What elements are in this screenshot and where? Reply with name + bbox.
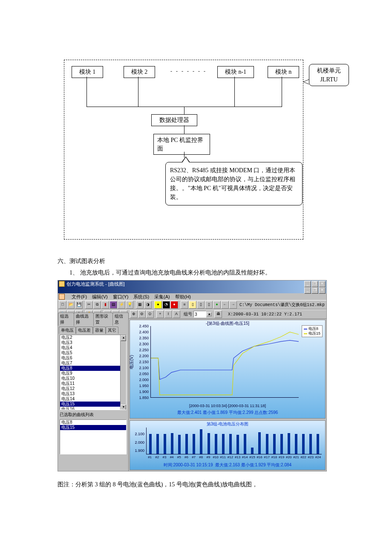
red-stop-icon[interactable]: ●: [170, 301, 178, 309]
legend-entry: 电压8: [304, 327, 320, 331]
list-item[interactable]: 电压9: [60, 371, 126, 376]
copy-icon[interactable]: ⧉: [93, 301, 101, 309]
black-icon[interactable]: ◔: [162, 301, 170, 309]
y-tick-label: 1.900: [133, 390, 149, 394]
minimize-button[interactable]: _: [304, 281, 311, 287]
app-menu-icon[interactable]: [59, 294, 65, 300]
local-pc-box: 本地 PC 机监控界面: [153, 134, 210, 155]
figure-caption: 图注：分析第 3 组的 8 号电池(蓝色曲线)，15 号电池(黄色曲线)放电曲线…: [58, 479, 347, 491]
y-tick-label: 2.450: [133, 324, 149, 328]
list-item[interactable]: 电压12: [60, 386, 126, 391]
list-icon[interactable]: ≡: [181, 301, 188, 309]
scroll-down-icon[interactable]: ▾: [121, 405, 126, 410]
bar-x-tick: #2: [155, 455, 159, 459]
voltage-listbox[interactable]: 电压2电压3电压4电压5电压6电压7电压8电压9电压10电压11电压12电压13…: [60, 335, 127, 410]
vbar-icon[interactable]: ▯: [205, 301, 213, 309]
bar: [156, 434, 159, 454]
zoom-out-icon[interactable]: ⊖: [138, 310, 146, 318]
zoom-reset-icon[interactable]: ⊙: [146, 310, 154, 318]
save-icon[interactable]: 💾: [75, 301, 83, 309]
list-item[interactable]: 电压8: [60, 420, 126, 425]
green-circle-icon[interactable]: ●: [213, 301, 221, 309]
bar: [266, 434, 268, 454]
list-item[interactable]: 电压15: [60, 402, 126, 407]
list-item[interactable]: 电压10: [60, 376, 126, 381]
bar: [164, 434, 166, 454]
purple-icon[interactable]: ▤: [110, 301, 117, 309]
mdi-minimize-button[interactable]: _: [304, 287, 311, 294]
bar: [317, 434, 319, 454]
next-icon[interactable]: →: [229, 301, 237, 309]
bar: [149, 434, 152, 454]
bar-x-tick: #5: [177, 455, 181, 459]
list-item[interactable]: 电压4: [60, 345, 126, 350]
close-button[interactable]: ×: [319, 281, 326, 287]
list-item[interactable]: 电压5: [60, 350, 126, 356]
bulb-icon[interactable]: 💡: [126, 301, 133, 309]
chart-icon[interactable]: ▮: [101, 301, 109, 309]
tab-graph-settings[interactable]: 图形设置: [93, 312, 113, 326]
line-chart: -[第3组-曲线图-电压15] 电压8电压15 电压(V) 1.8501.900…: [130, 320, 326, 419]
grid-icon[interactable]: ▦: [136, 301, 144, 309]
yellow-circle-icon[interactable]: ●: [154, 301, 162, 309]
circle-icon[interactable]: ◑: [144, 301, 152, 309]
plus-icon[interactable]: +: [156, 310, 164, 318]
list-item[interactable]: 电压6: [60, 356, 126, 361]
lightning-icon[interactable]: ⚡: [118, 301, 125, 309]
tab-group-select[interactable]: 组选择: [58, 312, 74, 326]
prev-icon[interactable]: ←: [221, 301, 229, 309]
listbox-scrollbar[interactable]: ▴ ▾: [120, 335, 126, 410]
bar-x-tick: #7: [192, 455, 196, 459]
y-tick-label: 2.400: [133, 330, 149, 334]
subtab-voltage[interactable]: 单电压: [59, 327, 76, 334]
x-range-label: [2000-03-31 10:03:34]-[2000-03-31 11:31:…: [130, 404, 325, 408]
bar: [215, 434, 217, 454]
text-a-icon[interactable]: A: [173, 310, 180, 318]
bar: [178, 435, 181, 454]
list-item[interactable]: 电压2: [60, 335, 126, 340]
bar-x-tick: #15: [249, 455, 255, 459]
list-item[interactable]: 电压15: [60, 425, 126, 430]
list-item[interactable]: 电压16: [60, 407, 126, 410]
bar: [251, 448, 254, 454]
ibeam-icon[interactable]: I: [164, 310, 172, 318]
sub-tab-strip: 单电压 电压差 容量 其它: [58, 326, 128, 334]
scroll-up-icon[interactable]: ▴: [121, 335, 126, 341]
subtab-vdiff[interactable]: 电压差: [76, 327, 93, 334]
menu-window[interactable]: 窗口(Y): [113, 294, 129, 300]
mdi-maximize-button[interactable]: ❐: [311, 287, 318, 294]
blank-page-icon[interactable]: ▯: [197, 301, 205, 309]
list-item[interactable]: 电压8: [60, 366, 126, 371]
open-icon[interactable]: 📂: [67, 301, 75, 309]
menu-file[interactable]: 文件(F): [72, 294, 87, 300]
selected-curves-listbox[interactable]: 电压8电压15: [60, 419, 127, 454]
cut-icon[interactable]: ✂: [85, 301, 93, 309]
mdi-close-button[interactable]: ×: [319, 287, 326, 294]
maximize-button[interactable]: ❐: [311, 281, 318, 287]
window-title: 创力电池监测系统 - [曲线图]: [65, 281, 304, 287]
menu-help[interactable]: 帮助(H): [175, 294, 191, 300]
list-item[interactable]: 电压13: [60, 391, 126, 396]
spin-up-icon[interactable]: ▴: [207, 312, 212, 316]
print-icon[interactable]: 🖶: [214, 310, 222, 318]
list-item[interactable]: 电压11: [60, 381, 126, 386]
tab-group-info[interactable]: 组信息: [112, 312, 129, 326]
zoom-in-icon[interactable]: ⊕: [130, 310, 138, 318]
bar-x-tick: #18: [271, 455, 277, 459]
tab-curve-select[interactable]: 曲线选择: [74, 312, 94, 326]
group-number-field[interactable]: 3: [193, 311, 206, 318]
list-item[interactable]: 电压7: [60, 361, 126, 366]
bar: [200, 429, 202, 454]
menu-edit[interactable]: 编辑(V): [92, 294, 108, 300]
yellow-page-icon[interactable]: ▯: [189, 301, 196, 309]
menu-collect[interactable]: 采集(A): [154, 294, 170, 300]
left-panel: 组选择 曲线选择 图形设置 组信息 单电压 电压差 容量 其它 电压2电压3电压…: [58, 319, 129, 471]
list-item[interactable]: 电压3: [60, 340, 126, 345]
list-item[interactable]: 电压14: [60, 396, 126, 402]
y-tick-label: 2.200: [133, 354, 149, 358]
subtab-capacity[interactable]: 容量: [93, 327, 106, 334]
menu-system[interactable]: 系统(S): [133, 294, 149, 300]
subtab-other[interactable]: 其它: [106, 327, 118, 334]
legend-entry: 电压15: [304, 331, 320, 336]
new-icon[interactable]: □: [59, 301, 66, 309]
